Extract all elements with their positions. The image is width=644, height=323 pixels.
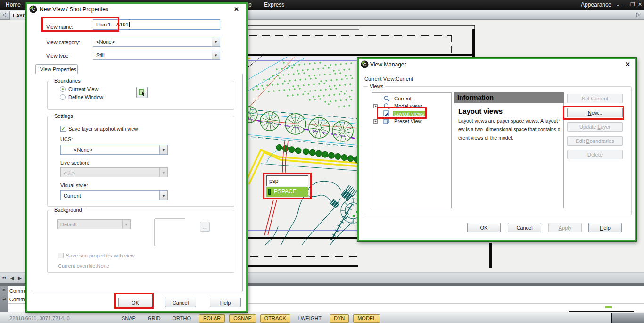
view-name-label: View name: [46, 24, 73, 30]
tree-item-label[interactable]: Preset View [393, 118, 423, 124]
save-sun-label: Save sun properties with view [66, 253, 135, 258]
minimize-icon[interactable]: — [623, 1, 628, 7]
ok-button[interactable]: OK [467, 223, 501, 232]
toggle-model[interactable]: MODEL [353, 314, 380, 323]
current-view-radio-label[interactable]: Current View [68, 86, 98, 92]
tab-back-arrow-icon[interactable]: ◁ [2, 12, 6, 17]
first-tab-icon[interactable]: ⏮ [2, 275, 6, 281]
view-name-input[interactable]: Plan 1 – A101 [93, 19, 220, 30]
appearance-label[interactable]: Appearance [581, 1, 611, 8]
help-button[interactable]: Help [588, 223, 622, 232]
autocomplete-suggestion-pspace[interactable]: PSPACE [266, 187, 308, 197]
tab-view-properties[interactable]: View Properties [35, 64, 78, 74]
command-autocomplete: psp PSPACE [263, 173, 312, 199]
status-toggles: SNAPGRIDORTHOPOLAROSNAPOTRACKLWEIGHTDYNM… [118, 314, 380, 323]
toggle-otrack[interactable]: OTRACK [260, 314, 290, 323]
views-tree[interactable]: Current+Model viewsLayout views+Preset V… [372, 92, 452, 208]
view-category-label: View category: [46, 40, 80, 45]
dialog-close-icon[interactable]: ✕ [625, 61, 630, 68]
view-type-select[interactable]: Still▼ [93, 50, 220, 60]
toggle-osnap[interactable]: OSNAP [229, 314, 256, 323]
application-window: Home p Express Appearance ⌄ — ❐ ✕ ◁ LAYO… [0, 0, 644, 323]
restore-icon[interactable]: ❐ [630, 1, 635, 8]
command-window-sidebar: ✕ ⊐ [0, 286, 8, 312]
app-logo-icon: C [29, 5, 37, 13]
tree-item-current[interactable]: Current [372, 95, 451, 102]
command-history-line: Comma [9, 288, 25, 294]
cursor-coordinates: 22818.6611, 3071.7214, 0 [9, 315, 70, 321]
expand-icon[interactable]: + [373, 119, 378, 124]
command-flag-icon [268, 189, 271, 195]
toggle-grid[interactable]: GRID [144, 315, 165, 322]
apply-button: Apply [548, 223, 582, 232]
boundaries-group: Boundaries Current View Define Window [47, 81, 234, 110]
ucs-label: UCS: [60, 136, 73, 142]
cancel-button[interactable]: Cancel [508, 223, 541, 232]
toggle-snap[interactable]: SNAP [118, 315, 140, 322]
prev-tab-icon[interactable]: ◀ [10, 275, 14, 281]
define-window-pick-button[interactable] [136, 87, 148, 98]
toggle-dyn[interactable]: DYN [330, 314, 349, 323]
settings-group: Settings ✓ Save layer snapshot with view… [47, 116, 234, 207]
save-sun-checkbox [58, 253, 64, 258]
define-window-radio[interactable] [60, 94, 66, 100]
tab-forward-arrow-icon[interactable]: ▷ [636, 12, 640, 17]
visual-style-select[interactable]: Current▼ [60, 190, 168, 200]
app-logo-icon: C [361, 60, 369, 68]
ok-button[interactable]: OK [118, 298, 152, 307]
command-prompt-line[interactable]: Comma [9, 297, 25, 302]
tree-item-label[interactable]: Layout views [393, 111, 426, 116]
close-icon[interactable]: ✕ [638, 1, 642, 8]
layout-tab[interactable]: LAYO [9, 11, 28, 20]
tray-divider-line [569, 311, 634, 312]
command-pin-icon[interactable]: ⊐ [0, 296, 8, 301]
view-category-select[interactable]: <None>▼ [93, 37, 220, 47]
chevron-down-icon[interactable]: ▼ [159, 145, 167, 154]
information-heading: Layout views [458, 107, 563, 115]
dynamic-input-field[interactable]: psp [266, 175, 308, 186]
toggle-ortho[interactable]: ORTHO [168, 315, 195, 322]
background-preview [154, 217, 187, 247]
define-window-radio-label[interactable]: Define Window [68, 94, 103, 100]
tree-item-layout-views[interactable]: Layout views [372, 110, 451, 117]
chevron-down-icon[interactable]: ⌄ [616, 1, 620, 8]
current-view-radio[interactable] [60, 86, 66, 92]
tree-item-preset-view[interactable]: +Preset View [372, 117, 451, 125]
cancel-button[interactable]: Cancel [165, 298, 196, 307]
save-layer-checkbox[interactable]: ✓ [60, 126, 66, 132]
help-button[interactable]: Help [210, 298, 241, 307]
next-tab-icon[interactable]: ▶ [18, 275, 22, 281]
settings-legend: Settings [52, 113, 75, 119]
expand-icon[interactable]: + [373, 104, 378, 108]
view-type-label: View type [46, 53, 69, 58]
ucs-select[interactable]: <None>▼ [60, 145, 168, 155]
layout-page-icon [383, 110, 390, 118]
toggle-polar[interactable]: POLAR [199, 314, 225, 323]
chevron-down-icon[interactable]: ▼ [212, 37, 220, 46]
tree-item-model-views[interactable]: +Model views [372, 102, 451, 110]
background-legend: Background [52, 207, 84, 213]
background-group: Background Default▼ ... Save sun propert… [47, 210, 234, 273]
menu-express[interactable]: Express [264, 1, 284, 8]
new-button[interactable]: New... [567, 108, 623, 117]
toggle-lweight[interactable]: LWEIGHT [295, 315, 325, 322]
background-select: Default▼ [57, 219, 131, 229]
tree-item-label[interactable]: Model views [393, 103, 424, 109]
boundaries-legend: Boundaries [52, 78, 83, 83]
chevron-down-icon[interactable]: ▼ [212, 50, 220, 59]
visual-style-label: Visual stvle: [60, 182, 88, 188]
information-line: Layout views are paper space views. A la… [458, 117, 560, 124]
status-tray-panel [611, 313, 644, 323]
dialog-close-icon[interactable]: ✕ [234, 6, 239, 13]
current-override-label: Current override:None [58, 263, 109, 269]
chevron-down-icon[interactable]: ▼ [159, 191, 167, 200]
svg-text:C: C [363, 62, 367, 67]
menu-partial[interactable]: p [248, 1, 252, 8]
view-manager-dialog: C View Manager ✕ Current View:Current Vi… [357, 58, 636, 241]
new-view-dialog: C New View / Shot Properties ✕ View name… [26, 2, 248, 312]
tree-item-label[interactable]: Current [393, 96, 413, 101]
command-close-icon[interactable]: ✕ [0, 288, 8, 292]
save-layer-label[interactable]: Save layer snapshot with view [68, 126, 138, 132]
menu-home[interactable]: Home [6, 1, 21, 8]
live-section-label: Live section: [60, 160, 89, 166]
